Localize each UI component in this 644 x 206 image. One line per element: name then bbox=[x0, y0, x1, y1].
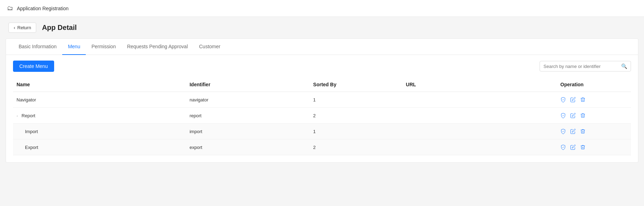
row-name-text: Report bbox=[21, 113, 35, 118]
table-row: Import import 1 bbox=[13, 124, 631, 139]
page-header: ‹ Return App Detail bbox=[0, 17, 644, 38]
cell-sorted-by: 2 bbox=[310, 139, 402, 155]
permission-icon[interactable] bbox=[560, 113, 566, 118]
col-header-identifier: Identifier bbox=[186, 77, 310, 92]
operation-icons bbox=[560, 129, 627, 134]
trash-icon bbox=[580, 144, 586, 150]
main-content: Basic Information Menu Permission Reques… bbox=[6, 38, 638, 163]
row-name-text: Export bbox=[25, 145, 38, 150]
cell-name: - Report bbox=[13, 108, 186, 124]
operation-icons bbox=[560, 97, 627, 102]
toolbar: Create Menu 🔍 bbox=[6, 55, 638, 77]
top-bar: 🗂 Application Registration bbox=[0, 0, 644, 17]
cell-url bbox=[402, 139, 557, 155]
tab-customer[interactable]: Customer bbox=[193, 39, 226, 55]
cell-url bbox=[402, 124, 557, 139]
trash-icon bbox=[580, 97, 586, 102]
edit-pencil-icon bbox=[570, 113, 576, 118]
shield-check-icon bbox=[560, 144, 566, 150]
create-menu-button[interactable]: Create Menu bbox=[13, 61, 54, 72]
edit-icon[interactable] bbox=[570, 144, 576, 150]
search-input[interactable] bbox=[543, 64, 618, 69]
table-row: Navigator navigator 1 bbox=[13, 92, 631, 108]
cell-name: Import bbox=[13, 124, 186, 139]
delete-icon[interactable] bbox=[580, 129, 586, 134]
delete-icon[interactable] bbox=[580, 144, 586, 150]
cell-operation bbox=[557, 139, 631, 155]
row-name-wrapper: Import bbox=[17, 129, 182, 134]
cell-name: Export bbox=[13, 139, 186, 155]
cell-operation bbox=[557, 108, 631, 124]
tab-requests-pending-approval[interactable]: Requests Pending Approval bbox=[121, 39, 193, 55]
tab-basic-information[interactable]: Basic Information bbox=[13, 39, 62, 55]
cell-name: Navigator bbox=[13, 92, 186, 108]
permission-icon[interactable] bbox=[560, 144, 566, 150]
row-name-text: Import bbox=[25, 129, 38, 134]
row-name-wrapper: - Report bbox=[17, 113, 182, 118]
app-icon: 🗂 bbox=[7, 5, 13, 12]
cell-identifier: export bbox=[186, 139, 310, 155]
table-row: Export export 2 bbox=[13, 139, 631, 155]
shield-check-icon bbox=[560, 113, 566, 118]
menu-table: Name Identifier Sorted By URL Operation … bbox=[13, 77, 631, 155]
col-header-name: Name bbox=[13, 77, 186, 92]
return-button[interactable]: ‹ Return bbox=[8, 23, 36, 33]
edit-pencil-icon bbox=[570, 144, 576, 150]
operation-icons bbox=[560, 144, 627, 150]
trash-icon bbox=[580, 113, 586, 118]
tab-permission[interactable]: Permission bbox=[86, 39, 121, 55]
return-label: Return bbox=[17, 25, 31, 30]
row-name-wrapper: Navigator bbox=[17, 97, 182, 102]
cell-sorted-by: 1 bbox=[310, 124, 402, 139]
cell-identifier: report bbox=[186, 108, 310, 124]
permission-icon[interactable] bbox=[560, 129, 566, 134]
cell-operation bbox=[557, 92, 631, 108]
trash-icon bbox=[580, 129, 586, 134]
col-header-operation: Operation bbox=[557, 77, 631, 92]
cell-url bbox=[402, 92, 557, 108]
table-row: - Report report 2 bbox=[13, 108, 631, 124]
return-arrow-icon: ‹ bbox=[14, 25, 15, 30]
app-title: Application Registration bbox=[17, 6, 69, 11]
operation-icons bbox=[560, 113, 627, 118]
shield-check-icon bbox=[560, 97, 566, 102]
cell-identifier: navigator bbox=[186, 92, 310, 108]
table-container: Name Identifier Sorted By URL Operation … bbox=[6, 77, 638, 162]
delete-icon[interactable] bbox=[580, 113, 586, 118]
permission-icon[interactable] bbox=[560, 97, 566, 102]
edit-icon[interactable] bbox=[570, 113, 576, 118]
table-header-row: Name Identifier Sorted By URL Operation bbox=[13, 77, 631, 92]
cell-sorted-by: 2 bbox=[310, 108, 402, 124]
shield-check-icon bbox=[560, 129, 566, 134]
edit-pencil-icon bbox=[570, 129, 576, 134]
tab-bar: Basic Information Menu Permission Reques… bbox=[6, 39, 638, 55]
dash-indicator: - bbox=[17, 113, 18, 118]
edit-icon[interactable] bbox=[570, 129, 576, 134]
delete-icon[interactable] bbox=[580, 97, 586, 102]
search-icon: 🔍 bbox=[621, 63, 627, 69]
page-title: App Detail bbox=[42, 24, 77, 32]
row-name-wrapper: Export bbox=[17, 145, 182, 150]
cell-sorted-by: 1 bbox=[310, 92, 402, 108]
search-box: 🔍 bbox=[540, 61, 631, 71]
edit-icon[interactable] bbox=[570, 97, 576, 102]
col-header-url: URL bbox=[402, 77, 557, 92]
cell-operation bbox=[557, 124, 631, 139]
cell-identifier: import bbox=[186, 124, 310, 139]
tab-menu[interactable]: Menu bbox=[62, 39, 86, 55]
row-name-text: Navigator bbox=[17, 97, 36, 102]
cell-url bbox=[402, 108, 557, 124]
edit-pencil-icon bbox=[570, 97, 576, 102]
col-header-sorted-by: Sorted By bbox=[310, 77, 402, 92]
